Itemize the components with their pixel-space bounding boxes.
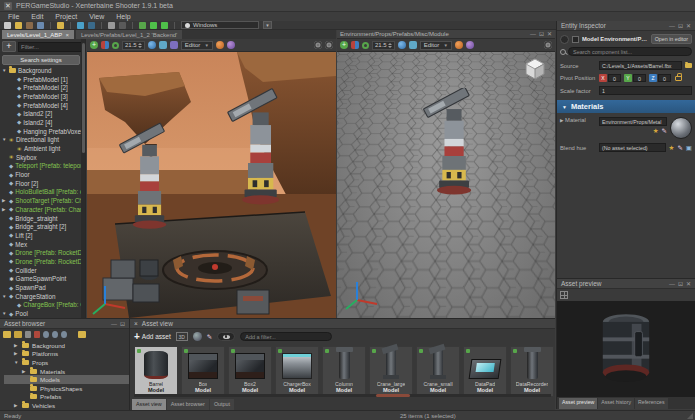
expand-arrow-icon[interactable]: ▶: [2, 198, 7, 203]
folder-item[interactable]: Models: [4, 375, 129, 384]
slot-icon[interactable]: ▣: [686, 144, 692, 151]
speed-stepper[interactable]: [138, 43, 142, 48]
outliner-item[interactable]: ◆ Mex: [0, 240, 81, 249]
world-space-icon[interactable]: [398, 41, 406, 49]
outliner-item[interactable]: ◆ Floor [2]: [0, 179, 81, 188]
outliner-item[interactable]: ◆ Bridge_straight [2]: [0, 222, 81, 231]
material2-value[interactable]: (No asset selected): [599, 143, 666, 152]
folder-item[interactable]: ▶ Vehicles: [4, 401, 129, 410]
viewport-settings-icon[interactable]: [314, 41, 322, 49]
gizmo-mode-icon[interactable]: [170, 41, 178, 49]
browse-folder-icon[interactable]: [685, 63, 692, 68]
outliner-item[interactable]: ▼ Background: [0, 66, 81, 75]
rotate-tool-icon[interactable]: [112, 42, 119, 49]
tab-level-1[interactable]: Levels/Level_1_ABP ×: [2, 30, 74, 39]
play-icon[interactable]: [150, 22, 157, 29]
viewport-left-canvas[interactable]: [87, 52, 336, 318]
export-icon[interactable]: [57, 22, 64, 29]
sky-toggle-icon[interactable]: [227, 41, 235, 49]
bottom-tab[interactable]: Asset browser: [167, 399, 209, 410]
folder-item[interactable]: ▼ Props: [4, 358, 129, 367]
delete-icon[interactable]: [34, 331, 40, 338]
outliner-item[interactable]: ◆ Teleport [Prefab: teleport]: [0, 162, 81, 171]
search-settings-button[interactable]: Search settings: [2, 55, 80, 65]
asset-card[interactable]: Box2 Model: [228, 346, 272, 397]
outliner-filter-input[interactable]: [18, 42, 83, 52]
menu-item[interactable]: Project: [55, 13, 77, 20]
select-tool-icon[interactable]: [108, 22, 115, 29]
preview-sphere-icon[interactable]: [193, 332, 202, 341]
outliner-item[interactable]: ◆ SpawnPad: [0, 283, 81, 292]
collapse-arrow-icon[interactable]: ▼: [562, 104, 567, 110]
tab-close-icon[interactable]: ×: [65, 32, 69, 38]
outliner-item[interactable]: ☀ Skybox: [0, 153, 81, 162]
outliner-item[interactable]: ☀ Ambient light: [0, 144, 81, 153]
refresh-icon[interactable]: [139, 22, 146, 29]
minimize-icon[interactable]: —: [669, 23, 675, 29]
sky-toggle-icon[interactable]: [466, 41, 474, 49]
outliner-item[interactable]: ◆ Hanging PrefabVoxel: [0, 127, 81, 136]
asset-card[interactable]: Barrel Model: [134, 346, 178, 397]
transform-tool-icon[interactable]: [119, 22, 126, 29]
outliner-item[interactable]: ▼ ☀ Directional light: [0, 136, 81, 145]
add-asset-button[interactable]: + Add asset: [134, 332, 171, 342]
camera-speed-control[interactable]: 21.5: [372, 41, 395, 50]
edit-icon[interactable]: ✎: [662, 127, 667, 134]
step-icon[interactable]: [161, 22, 168, 29]
root-folder-icon[interactable]: [3, 331, 11, 338]
materials-section-header[interactable]: ▼ Materials: [557, 100, 695, 113]
asset-card[interactable]: Column Model: [322, 346, 366, 397]
outliner-scrollbar[interactable]: [81, 39, 85, 318]
render-mode-dropdown[interactable]: Editor▼: [181, 41, 213, 50]
outliner-item[interactable]: ◆ Drone [Prefab: RocketDrone]: [0, 257, 81, 266]
outliner-item[interactable]: ▼ ◆ Pool: [0, 309, 81, 318]
camera-icon[interactable]: [159, 41, 167, 49]
entity-enabled-checkbox[interactable]: [572, 36, 579, 43]
outliner-item[interactable]: ◆ Bridge_straight: [0, 214, 81, 223]
expand-arrow-icon[interactable]: ▼: [2, 68, 7, 73]
viewport-options-icon[interactable]: [325, 41, 333, 49]
lock-icon[interactable]: [675, 76, 682, 81]
float-icon[interactable]: ⊡: [539, 31, 544, 37]
float-icon[interactable]: ⊡: [678, 23, 683, 29]
new-folder-icon[interactable]: [14, 331, 22, 338]
outliner-item[interactable]: ◆ PrefabModel [3]: [0, 92, 81, 101]
folder-item[interactable]: PhysicsShapes: [4, 384, 129, 393]
expand-arrow-icon[interactable]: ▼: [2, 137, 7, 142]
outliner-item[interactable]: ✱ GameSpawnPoint: [0, 275, 81, 284]
render-mode-dropdown[interactable]: Editor▼: [420, 41, 452, 50]
outliner-item[interactable]: ◆ PrefabModel [2]: [0, 83, 81, 92]
lighting-toggle-icon[interactable]: [216, 41, 224, 49]
redo-icon[interactable]: [88, 22, 95, 29]
view-3d-toggle[interactable]: 3D: [176, 332, 188, 341]
asset-preview-canvas[interactable]: [557, 301, 695, 397]
expand-arrow-icon[interactable]: ▶: [2, 207, 7, 212]
preview-tab[interactable]: References: [635, 398, 668, 409]
component-search-input[interactable]: [568, 47, 692, 56]
platform-dropdown[interactable]: Windows: [181, 21, 259, 29]
menu-item[interactable]: View: [89, 13, 104, 20]
camera-speed-control[interactable]: 21.5: [122, 41, 145, 50]
import-icon[interactable]: [37, 22, 44, 29]
float-icon[interactable]: ⊡: [678, 281, 683, 287]
add-object-icon[interactable]: +: [340, 41, 348, 49]
speed-stepper[interactable]: [388, 43, 392, 48]
outliner-item[interactable]: ◆ Island2 [4]: [0, 118, 81, 127]
collapse-all-icon[interactable]: [25, 331, 31, 338]
outliner-item[interactable]: ◆ Collider: [0, 266, 81, 275]
close-icon[interactable]: ×: [134, 320, 138, 327]
new-file-icon[interactable]: [4, 22, 11, 29]
bottom-tab[interactable]: Output: [210, 399, 234, 410]
sync-icon[interactable]: [43, 331, 49, 338]
outliner-item[interactable]: ◆ Drone [Prefab: RocketDrone]: [0, 248, 81, 257]
outliner-item[interactable]: ▶ ◆ ShootTarget [Prefab: Chaser]: [0, 196, 81, 205]
source-value[interactable]: C:/Levels_1/Assets/Barrel.fbx: [599, 61, 682, 70]
asset-card[interactable]: DataRecorder Model: [510, 346, 554, 397]
rotate-tool-icon[interactable]: [362, 42, 369, 49]
sync2-icon[interactable]: [52, 331, 58, 338]
platform-options-button[interactable]: ▾: [263, 21, 272, 29]
minimize-icon[interactable]: —: [530, 31, 536, 37]
viewport-settings-icon[interactable]: [544, 41, 552, 49]
viewport-right-canvas[interactable]: [337, 52, 555, 318]
close-icon[interactable]: ✕: [547, 31, 552, 37]
